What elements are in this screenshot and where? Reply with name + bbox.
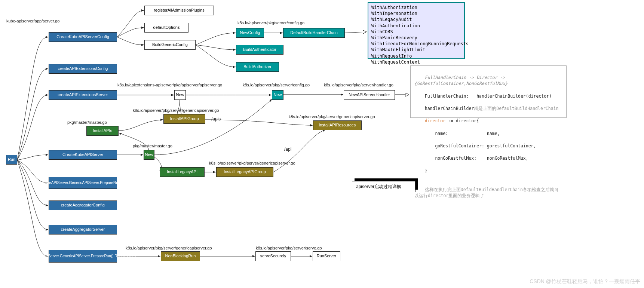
- node-createapiextensionsconfig: createAPIExtensionsConfig: [49, 64, 117, 74]
- note2-l3b: 就是上面的DefaultBuildHandlerChain: [474, 106, 558, 111]
- pathlabel-servego: k8s.io/apiserver/pkg/server/serve.go: [256, 246, 322, 250]
- pathlabel-master2: pkg/master/master.go: [133, 144, 172, 148]
- node-run: Run: [6, 155, 17, 165]
- pathlabel-handlergo: k8s.io/apiserver/pkg/server/handler.go: [324, 83, 393, 87]
- node-defaultoptions: defaultOptions: [144, 23, 188, 33]
- node-registeralladmissionplugins: registerAllAdmissionPlugins: [144, 6, 214, 15]
- node-runserver: RunServer: [313, 251, 340, 261]
- edge-label-api: /api: [284, 147, 291, 152]
- node-createapiextensionsserver: createAPIExtensionsServer: [49, 90, 117, 100]
- note2-l7: nonGoRestfulMux: nonGoRestfulMux,: [425, 156, 528, 161]
- node-installapigroup: InstallAPIGroup: [163, 114, 205, 124]
- pathlabel-extsrv: k8s.io/apiextensions-apiserver/pkg/apise…: [117, 83, 222, 87]
- node-new-cfg: New: [272, 90, 283, 100]
- node-aggregatorrun: aggregatorServer.GenericAPIServer.Prepar…: [49, 250, 117, 263]
- note2-l9: 这样在执行完上面DefaultBuildHandlerChain各项检查之后就可…: [414, 187, 559, 199]
- node-new-master: New: [144, 150, 154, 160]
- node-defaultbuildhandlerchain: DefaultBuildHandlerChain: [283, 28, 345, 38]
- node-nonblockingrun: NonBlockingRun: [161, 251, 200, 261]
- note2-l6: goRestfulContainer: gorestfulContainer,: [425, 143, 536, 148]
- note2-l8: }: [425, 168, 427, 174]
- node-createaggregatorserver: createAggregatorServer: [49, 225, 117, 235]
- node-buildauthenticator: BuildAuthenticator: [236, 45, 283, 55]
- note-handlerchain-list: WithAuthorization WithImpersonation With…: [368, 2, 465, 59]
- node-preparerun: kubeAPIServer.GenericAPIServer.PrepareRu…: [49, 177, 117, 189]
- node-buildauthorizer: BuildAuthorizer: [236, 62, 279, 72]
- titlebox: apiserver启动过程详解: [352, 181, 415, 192]
- pathlabel-configgo1: k8s.io/apiserver/pkg/server/config.go: [237, 21, 304, 25]
- note2-l4a: director: [425, 118, 445, 123]
- pathlabel-generic2: k8s.io/apiserver/pkg/server/genericapise…: [289, 114, 375, 119]
- node-installlegacyapi: InstallLegacyAPI: [160, 167, 205, 177]
- note2-l4b: := director{: [445, 118, 479, 123]
- node-createkubeapiserverconfig: CreateKubeAPIServerConfig: [49, 32, 117, 42]
- note2-l2a: FullHandlerChain:: [425, 94, 469, 99]
- node-newconfig: NewConfig: [236, 28, 264, 38]
- watermark: CSDN @竹杖芒鞋轻胜马，谁怕？一蓑烟雨任平: [530, 278, 640, 285]
- node-createaggregatorconfig: createAggregatorConfig: [49, 200, 117, 210]
- node-installapiresources: installAPIResources: [313, 120, 362, 130]
- note2-l5: name: name,: [425, 131, 500, 136]
- pathlabel-generic1: k8s.io/apiserver/pkg/server/genericapise…: [133, 108, 219, 113]
- node-newapiserverhandler: NewAPIServerHandler: [344, 90, 395, 100]
- note2-l3a: handlerChainBuilder: [425, 106, 474, 111]
- note2-line1: FullHandlerChain -> Director -> {GoRestf…: [414, 75, 507, 86]
- pathlabel-generic4: k8s.io/apiserver/pkg/server/genericapise…: [126, 246, 212, 250]
- pathlabel-generic3: k8s.io/apiserver/pkg/server/genericapise…: [209, 161, 295, 165]
- node-buildgenericconfig: BuildGenericConfig: [144, 40, 196, 50]
- note-director-code: FullHandlerChain -> Director -> {GoRestf…: [410, 65, 567, 118]
- pathlabel-master1: pkg/master/master.go: [67, 120, 107, 125]
- svg-line-1: [345, 32, 367, 33]
- pathlabel-appserver: kube-apiserver/app/server.go: [6, 19, 59, 23]
- node-new-ext: New: [174, 90, 186, 100]
- pathlabel-configgo2: k8s.io/apiserver/pkg/server/config.go: [243, 83, 310, 87]
- node-servesecurely: serveSecurely: [255, 251, 291, 261]
- diagram-canvas: kube-apiserver/app/server.go k8s.io/apis…: [0, 0, 644, 288]
- node-createkubeapiserver: CreateKubeAPIServer: [49, 150, 117, 160]
- edge-label-apis: /apis: [211, 116, 221, 122]
- node-installapis: InstallAPIs: [86, 126, 119, 136]
- node-installlegacyapigroup: InstallLegacyAPIGroup: [216, 167, 273, 177]
- note2-l2b: handlerChainBuilder(director): [476, 94, 552, 99]
